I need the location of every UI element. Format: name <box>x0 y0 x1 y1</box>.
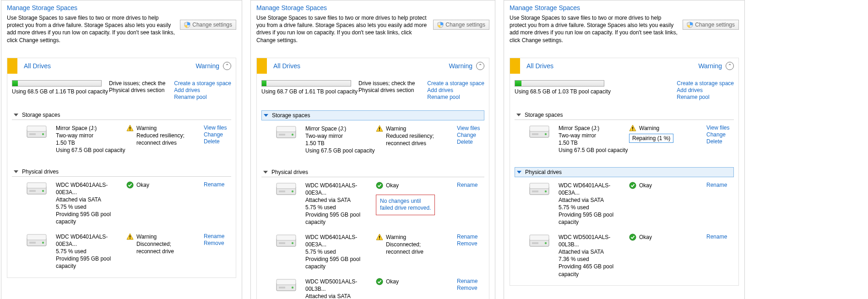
mirror-size: 1.50 TB <box>559 139 629 147</box>
hdd-icon <box>529 234 549 247</box>
panel-1: Manage Storage Spaces Use Storage Spaces… <box>1 0 242 299</box>
section-label: Storage spaces <box>525 112 563 118</box>
section-storage-spaces[interactable]: Storage spaces <box>12 110 231 120</box>
pool-header: All Drives Warning ⌃ <box>257 58 489 74</box>
create-space-link[interactable]: Create a storage space <box>677 80 734 87</box>
drive-info: WDC WD6401AALS-00E3A... 5.75 % used Prov… <box>305 234 376 271</box>
view-files-link[interactable]: View files <box>457 125 484 131</box>
pool-accent <box>7 58 17 74</box>
create-space-link[interactable]: Create a storage space <box>174 80 231 87</box>
collapse-toggle[interactable]: ⌃ <box>476 62 484 70</box>
chevron-down-icon <box>263 171 268 174</box>
change-link[interactable]: Change <box>204 131 231 138</box>
intro-text: Use Storage Spaces to save files to two … <box>7 14 180 44</box>
capacity-text: Using 68.5 GB of 1.03 TB pool capacity <box>515 88 612 95</box>
drive-status: Okay <box>126 181 192 226</box>
chevron-down-icon <box>14 170 18 173</box>
mirror-size: 1.50 TB <box>56 139 126 147</box>
intro-text: Use Storage Spaces to save files to two … <box>256 14 433 44</box>
drive-model: WDC WD6401AALS-00E3A... <box>305 234 376 248</box>
view-files-link[interactable]: View files <box>706 125 734 131</box>
change-settings-button[interactable]: Change settings <box>180 20 236 30</box>
change-link[interactable]: Change <box>457 132 484 138</box>
section-label: Physical drives <box>525 169 562 175</box>
drive-used: 5.75 % used <box>56 203 126 211</box>
mirror-usage: Using 67.5 GB pool capacity <box>559 147 629 154</box>
mirror-actions: View files Change Delete <box>706 125 734 154</box>
remove-link[interactable]: Remove <box>457 240 484 247</box>
add-drives-link[interactable]: Add drives <box>174 87 231 93</box>
drive-conn: Attached via SATA <box>559 196 629 204</box>
rename-pool-link[interactable]: Rename pool <box>427 94 484 100</box>
rename-link[interactable]: Rename <box>204 181 231 188</box>
drive-info: WDC WD6401AALS-00E3A... 5.75 % used Prov… <box>56 233 126 270</box>
drive-used: 5.75 % used <box>305 248 376 256</box>
page-title: Manage Storage Spaces <box>7 4 236 11</box>
warning-icon <box>376 125 383 132</box>
pool-status-warning[interactable]: Warning <box>698 62 722 70</box>
view-files-link[interactable]: View files <box>204 125 231 131</box>
create-space-link[interactable]: Create a storage space <box>427 80 484 87</box>
page-title: Manage Storage Spaces <box>510 4 739 11</box>
drive-row: WDC WD6401AALS-00E3A... Attached via SAT… <box>515 177 734 229</box>
chevron-down-icon <box>516 114 521 116</box>
change-settings-button[interactable]: Change settings <box>433 20 489 30</box>
drive-actions: Rename <box>706 182 734 226</box>
drive-status: Okay <box>376 278 442 299</box>
capacity-meter <box>12 80 102 87</box>
mirror-info: Mirror Space (J:) Two-way mirror 1.50 TB… <box>56 125 126 154</box>
hdd-icon <box>276 279 296 292</box>
drive-conn: Attached via SATA <box>559 248 629 256</box>
delete-link[interactable]: Delete <box>457 139 484 145</box>
rename-link[interactable]: Rename <box>204 233 231 239</box>
add-drives-link[interactable]: Add drives <box>427 87 484 93</box>
rename-link[interactable]: Rename <box>457 278 484 284</box>
drive-model: WDC WD5001AALS-00L3B... <box>559 234 629 248</box>
section-physical-drives[interactable]: Physical drives <box>515 167 734 177</box>
drive-status-text: Okay <box>386 182 399 189</box>
mirror-status: WarningReduced resiliency; reconnect dri… <box>376 125 442 155</box>
mirror-space-row: Mirror Space (J:) Two-way mirror 1.50 TB… <box>12 120 231 157</box>
drive-used: 7.36 % used <box>559 256 629 263</box>
delete-link[interactable]: Delete <box>706 138 734 145</box>
ok-icon <box>629 182 636 189</box>
section-storage-spaces[interactable]: Storage spaces <box>515 110 734 120</box>
change-settings-label: Change settings <box>695 22 735 28</box>
mirror-name: Mirror Space (J:) <box>305 125 376 132</box>
drive-row: WDC WD5001AALS-00L3B... Attached via SAT… <box>515 229 734 281</box>
rename-link[interactable]: Rename <box>706 182 734 188</box>
drive-info: WDC WD5001AALS-00L3B... Attached via SAT… <box>559 234 629 278</box>
remove-link[interactable]: Remove <box>204 240 231 246</box>
warning-icon <box>376 234 383 241</box>
section-storage-spaces[interactable]: Storage spaces <box>261 110 484 120</box>
drive-status: WarningDisconnected; reconnect drive <box>126 233 192 270</box>
drive-actions: Rename Remove <box>457 234 484 271</box>
mirror-status: WarningReduced resiliency; reconnect dri… <box>126 125 192 154</box>
mirror-status: Warning Repairing (1 %) <box>629 125 695 154</box>
pool-summary-row: Using 68.7 GB of 1.61 TB pool capacity D… <box>261 80 484 100</box>
remove-link[interactable]: Remove <box>457 285 484 291</box>
storage-space-icon <box>276 126 296 139</box>
pool-body: Using 68.5 GB of 1.03 TB pool capacity C… <box>510 74 738 285</box>
pool-body: Using 68.5 GB of 1.16 TB pool capacity D… <box>7 74 236 277</box>
pool-header: All Drives Warning ⌃ <box>7 58 236 74</box>
collapse-toggle[interactable]: ⌃ <box>223 62 231 70</box>
change-settings-button[interactable]: Change settings <box>683 20 739 30</box>
section-physical-drives[interactable]: Physical drives <box>261 168 484 177</box>
rename-link[interactable]: Rename <box>457 182 484 188</box>
rename-link[interactable]: Rename <box>457 234 484 240</box>
section-physical-drives[interactable]: Physical drives <box>12 167 231 177</box>
add-drives-link[interactable]: Add drives <box>677 87 734 93</box>
collapse-toggle[interactable]: ⌃ <box>726 62 734 70</box>
pool-links: Create a storage space Add drives Rename… <box>174 80 231 100</box>
drive-conn: Attached via SATA <box>56 196 126 203</box>
rename-pool-link[interactable]: Rename pool <box>174 94 231 100</box>
pool-status-warning[interactable]: Warning <box>449 62 472 70</box>
mirror-status-text: WarningReduced resiliency; reconnect dri… <box>136 125 192 147</box>
change-link[interactable]: Change <box>706 131 734 138</box>
mirror-usage: Using 67.5 GB pool capacity <box>56 147 126 154</box>
delete-link[interactable]: Delete <box>204 138 231 145</box>
pool-status-warning[interactable]: Warning <box>195 62 219 70</box>
rename-link[interactable]: Rename <box>706 234 734 240</box>
rename-pool-link[interactable]: Rename pool <box>677 94 734 100</box>
